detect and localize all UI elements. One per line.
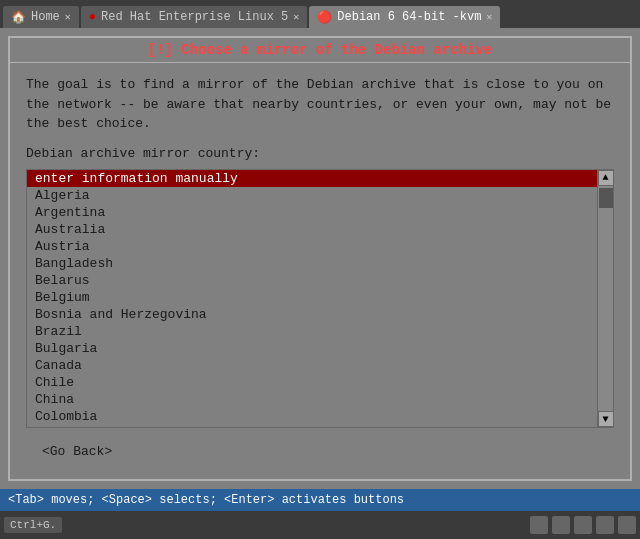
tab-debian-label: Debian 6 64-bit -kvm: [337, 10, 481, 24]
settings-icon[interactable]: [574, 516, 592, 534]
content-area: [!] Choose a mirror of the Debian archiv…: [0, 28, 640, 489]
power-icon[interactable]: [618, 516, 636, 534]
list-items: enter information manuallyAlgeriaArgenti…: [27, 170, 597, 428]
main-window: 🏠 Home ✕ ● Red Hat Enterprise Linux 5 ✕ …: [0, 0, 640, 539]
taskbar-shortcut: Ctrl+G.: [4, 517, 62, 533]
taskbar: Ctrl+G.: [0, 511, 640, 539]
list-item[interactable]: Bangladesh: [27, 255, 597, 272]
list-item[interactable]: Australia: [27, 221, 597, 238]
scroll-up-button[interactable]: ▲: [598, 170, 614, 186]
tab-home[interactable]: 🏠 Home ✕: [3, 6, 79, 28]
dialog-title-text: [!] Choose a mirror of the Debian archiv…: [148, 42, 492, 58]
debian-icon: 🔴: [317, 10, 332, 25]
list-item[interactable]: Bulgaria: [27, 340, 597, 357]
tab-rhel-label: Red Hat Enterprise Linux 5: [101, 10, 288, 24]
tab-home-label: Home: [31, 10, 60, 24]
dialog-title: [!] Choose a mirror of the Debian archiv…: [10, 38, 630, 63]
tab-home-close[interactable]: ✕: [65, 11, 71, 23]
list-item[interactable]: China: [27, 391, 597, 408]
list-container: enter information manuallyAlgeriaArgenti…: [26, 169, 614, 429]
network-icon[interactable]: [552, 516, 570, 534]
list-item[interactable]: Belgium: [27, 289, 597, 306]
tab-rhel[interactable]: ● Red Hat Enterprise Linux 5 ✕: [81, 6, 307, 28]
go-back-button[interactable]: <Go Back>: [42, 444, 112, 459]
list-item[interactable]: Algeria: [27, 187, 597, 204]
rhel-icon: ●: [89, 10, 96, 24]
list-item[interactable]: Brazil: [27, 323, 597, 340]
list-item[interactable]: Colombia: [27, 408, 597, 425]
scroll-track: [598, 186, 613, 412]
description-text: The goal is to find a mirror of the Debi…: [26, 75, 614, 134]
dialog-body: The goal is to find a mirror of the Debi…: [10, 63, 630, 479]
status-bar-text: <Tab> moves; <Space> selects; <Enter> ac…: [8, 493, 404, 507]
list-item[interactable]: Belarus: [27, 272, 597, 289]
list-item[interactable]: Chile: [27, 374, 597, 391]
status-bar: <Tab> moves; <Space> selects; <Enter> ac…: [0, 489, 640, 511]
tab-debian[interactable]: 🔴 Debian 6 64-bit -kvm ✕: [309, 6, 500, 28]
taskbar-icons: [530, 516, 636, 534]
audio-icon[interactable]: [596, 516, 614, 534]
go-back-area: <Go Back>: [26, 436, 614, 467]
list-item[interactable]: Canada: [27, 357, 597, 374]
tab-debian-close[interactable]: ✕: [486, 11, 492, 23]
scroll-thumb[interactable]: [599, 188, 613, 208]
monitor-icon[interactable]: [530, 516, 548, 534]
scroll-down-button[interactable]: ▼: [598, 411, 614, 427]
dialog-box: [!] Choose a mirror of the Debian archiv…: [8, 36, 632, 481]
scrollbar[interactable]: ▲ ▼: [597, 170, 613, 428]
section-label: Debian archive mirror country:: [26, 146, 614, 161]
list-item[interactable]: Argentina: [27, 204, 597, 221]
tab-rhel-close[interactable]: ✕: [293, 11, 299, 23]
tab-bar: 🏠 Home ✕ ● Red Hat Enterprise Linux 5 ✕ …: [0, 0, 640, 28]
list-item[interactable]: enter information manually: [27, 170, 597, 187]
list-item[interactable]: Bosnia and Herzegovina: [27, 306, 597, 323]
home-icon: 🏠: [11, 10, 26, 25]
list-item[interactable]: Austria: [27, 238, 597, 255]
